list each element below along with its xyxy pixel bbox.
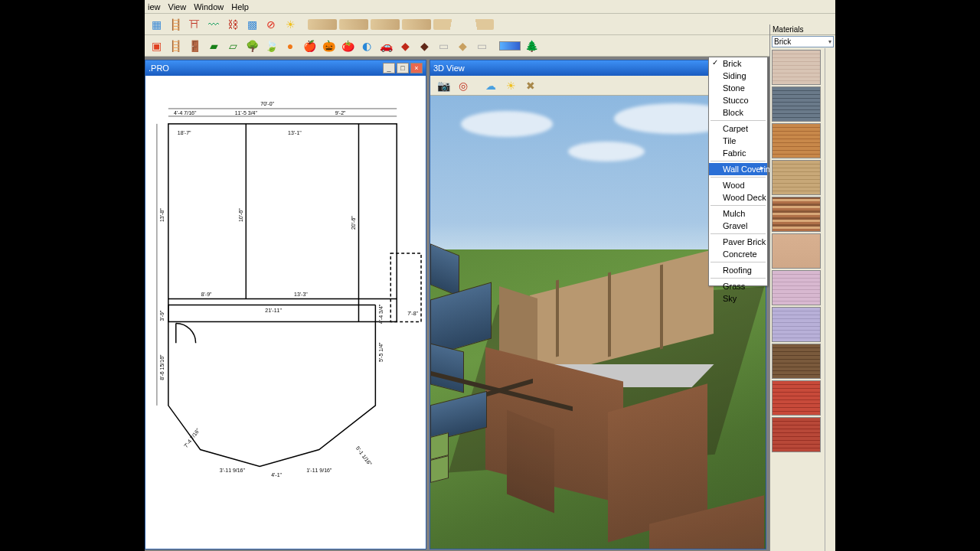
path-green-icon[interactable]: ▱: [224, 37, 241, 54]
materials-category-dropdown[interactable]: Brick: [772, 36, 834, 47]
menu-item-stone[interactable]: Stone: [709, 82, 767, 94]
menu-item-tile[interactable]: Tile: [709, 135, 767, 147]
menu-item-wood-deck[interactable]: Wood Deck: [709, 191, 767, 204]
camera-icon[interactable]: 📷: [435, 77, 452, 94]
menu-item-concrete[interactable]: Concrete: [709, 248, 767, 260]
light-icon[interactable]: ☀: [502, 77, 519, 94]
shape-3-icon[interactable]: [371, 19, 400, 30]
menu-item-fabric[interactable]: Fabric: [709, 147, 767, 159]
svg-text:5'-1 1/16": 5'-1 1/16": [355, 445, 374, 467]
menu-window[interactable]: Window: [194, 2, 224, 11]
roof-dark-icon[interactable]: ◆: [416, 37, 433, 54]
menu-view[interactable]: View: [168, 2, 187, 11]
application-window: iew View Window Help ▦ 🪜 ⛩ 〰 ⛓ ▩ ⊘ ☀ ▣ 🪜…: [145, 0, 835, 551]
pool-icon[interactable]: ◐: [358, 37, 375, 54]
blank-b-icon[interactable]: ▭: [473, 37, 490, 54]
landscape-green-icon[interactable]: ▰: [205, 37, 222, 54]
swatch-brick-red[interactable]: [772, 380, 821, 416]
menu-item-wood[interactable]: Wood: [709, 179, 767, 191]
swatch-brick-pink[interactable]: [772, 270, 821, 305]
car-icon[interactable]: 🚗: [377, 37, 394, 54]
floorplan-window: .PRO _ □ ×: [145, 60, 426, 549]
menu-item-siding[interactable]: Siding: [709, 70, 767, 82]
menu-item-paver-brick[interactable]: Paver Brick: [709, 236, 767, 248]
menu-item-wall-covering[interactable]: Wall Covering: [709, 163, 767, 175]
menu-item-grass[interactable]: Grass: [709, 280, 767, 292]
rail-icon[interactable]: ⛓: [224, 16, 241, 33]
tree-icon[interactable]: 🌳: [243, 37, 260, 54]
roof-tan-icon[interactable]: ◆: [454, 37, 471, 54]
swatch-brick-bluegrey[interactable]: [772, 86, 821, 122]
cube-icon[interactable]: ▣: [148, 37, 165, 54]
menu-item-sky[interactable]: Sky: [709, 292, 767, 305]
gradient-slider[interactable]: [499, 41, 521, 51]
menu-item-block[interactable]: Block: [709, 106, 767, 119]
swatch-brick-lav[interactable]: [772, 307, 821, 342]
swatch-brick-mix[interactable]: [772, 197, 821, 232]
menu-help[interactable]: Help: [231, 2, 249, 11]
svg-text:8'-6 15/16": 8'-6 15/16": [159, 354, 165, 380]
swatch-scrollbar[interactable]: [825, 48, 835, 551]
menu-item-brick[interactable]: Brick: [709, 57, 767, 70]
floorplan-titlebar[interactable]: .PRO _ □ ×: [145, 60, 426, 76]
svg-text:11'-5 3/4": 11'-5 3/4": [235, 110, 258, 116]
svg-text:13'-3": 13'-3": [294, 292, 308, 297]
svg-text:4'-4 3/4": 4'-4 3/4": [378, 304, 384, 324]
menu-item-stucco[interactable]: Stucco: [709, 94, 767, 106]
menu-separator: [710, 233, 766, 234]
grid-icon[interactable]: ▦: [148, 16, 165, 33]
shape-4-icon[interactable]: [402, 19, 431, 30]
menu-separator: [710, 161, 766, 161]
orange-icon[interactable]: ●: [282, 37, 299, 54]
swatch-brick-brown[interactable]: [772, 344, 821, 379]
floorplan-canvas[interactable]: 70'-0" 4'-4 7/16" 11'-5 3/4" 9'-2" 18'-7…: [145, 76, 426, 549]
minimize-button[interactable]: _: [383, 63, 395, 73]
leaf-icon[interactable]: 🍃: [263, 37, 279, 54]
sky-icon[interactable]: ☁: [482, 77, 499, 94]
shape-2-icon[interactable]: [339, 19, 368, 30]
paint-icon[interactable]: ✖: [522, 77, 539, 94]
svg-text:13'-1": 13'-1": [288, 130, 302, 135]
mesh-icon[interactable]: ▩: [243, 16, 260, 33]
swatch-brick-light[interactable]: [772, 50, 821, 85]
target-icon[interactable]: ◎: [455, 77, 472, 94]
menu-item-carpet[interactable]: Carpet: [709, 122, 767, 135]
menu-iew[interactable]: iew: [148, 2, 161, 11]
wave-icon[interactable]: 〰: [205, 16, 222, 33]
floorplan-title: .PRO: [149, 64, 169, 73]
materials-panel: Materials Brick: [769, 24, 835, 551]
svg-text:13'-8": 13'-8": [159, 208, 165, 222]
pumpkin-icon[interactable]: 🎃: [320, 37, 337, 54]
tomato-icon[interactable]: 🍅: [339, 37, 356, 54]
maximize-button[interactable]: □: [397, 63, 409, 73]
menu-item-mulch[interactable]: Mulch: [709, 207, 767, 220]
roof-red-icon[interactable]: ◆: [397, 37, 413, 54]
stair-red-icon[interactable]: 🪜: [167, 37, 184, 54]
toolbar-row-2: ▣ 🪜 🚪 ▰ ▱ 🌳 🍃 ● 🍎 🎃 🍅 ◐ 🚗 ◆ ◆ ▭ ◆ ▭ 🌲: [145, 35, 835, 57]
menu-separator: [710, 177, 766, 178]
swatch-brick-smooth[interactable]: [772, 233, 821, 269]
sun-icon[interactable]: ☀: [282, 16, 299, 33]
menu-item-gravel[interactable]: Gravel: [709, 220, 767, 232]
bridge-icon[interactable]: ⛩: [186, 16, 203, 33]
svg-text:3'-11 9/16": 3'-11 9/16": [220, 468, 246, 473]
swatch-brick-tan[interactable]: [772, 160, 821, 195]
apple-icon[interactable]: 🍎: [301, 37, 318, 54]
swatch-brick-orange[interactable]: [772, 123, 821, 158]
svg-text:8'-9": 8'-9": [201, 292, 212, 297]
svg-text:9'-2": 9'-2": [335, 110, 346, 116]
svg-text:1'-11 9/16": 1'-11 9/16": [306, 468, 332, 473]
svg-text:21'-11": 21'-11": [265, 308, 282, 313]
door-icon[interactable]: 🚪: [186, 37, 203, 54]
svg-text:7'-8": 7'-8": [407, 311, 418, 316]
tree-small-icon[interactable]: 🌲: [523, 37, 540, 54]
menu-item-roofing[interactable]: Roofing: [709, 264, 767, 276]
close-button[interactable]: ×: [410, 63, 423, 73]
swatch-brick-red2[interactable]: [772, 417, 821, 452]
shape-6-icon[interactable]: [465, 19, 494, 30]
shape-5-icon[interactable]: [433, 19, 462, 30]
shape-1-icon[interactable]: [308, 19, 337, 30]
blank-a-icon[interactable]: ▭: [435, 37, 452, 54]
stairs-icon[interactable]: 🪜: [167, 16, 184, 33]
nosign-icon[interactable]: ⊘: [263, 16, 279, 33]
